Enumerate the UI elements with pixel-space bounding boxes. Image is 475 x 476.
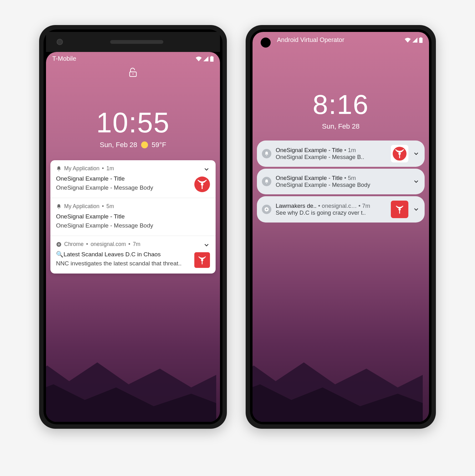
signal-icon [203,56,209,61]
notification-panel: My Application • 1m OneSignal Example - … [50,160,216,274]
svg-point-18 [266,208,267,210]
lockscreen: 10:55 Sun, Feb 28 59°F [46,64,220,149]
speaker [110,40,163,44]
notification-title: OneSignal Example - Title [276,175,343,181]
notification-time: 5m [348,175,356,181]
date-row: Sun, Feb 28 59°F [46,141,220,149]
notification-title: OneSignal Example - Title [56,174,210,183]
chevron-down-icon[interactable] [203,242,210,248]
bell-icon [56,166,62,171]
notification-card[interactable]: My Application • 1m OneSignal Example - … [50,160,216,198]
notification-time: 7m [362,202,370,209]
battery-icon [210,56,214,62]
notification-card[interactable]: OneSignal Example - Title • 5m OneSignal… [257,169,425,194]
app-icon-pill [262,149,271,158]
bell-icon [264,179,269,184]
battery-icon [419,37,423,43]
wifi-icon [405,38,411,43]
date-row: Sun, Feb 28 [253,122,429,131]
weather-icon [141,141,148,148]
notification-large-icon [194,252,210,268]
status-bar: Android Virtual Operator [253,32,429,45]
chrome-icon [56,242,62,247]
app-name: My Application [64,203,100,210]
carrier-label: Android Virtual Operator [277,36,344,44]
bell-icon [56,204,62,209]
svg-point-9 [58,244,59,245]
notification-title: OneSignal Example - Title [56,212,210,221]
notification-time: 5m [106,203,114,210]
status-icons [196,56,214,62]
svg-rect-12 [419,38,423,43]
phone-pixel5: Android Virtual Operator 8:16 Sun, Feb 2… [246,25,436,429]
phone-forehead [46,32,220,52]
notification-body: OneSignal Example - Message Body [56,221,210,230]
lockscreen: 8:16 Sun, Feb 28 [253,45,429,131]
date-label: Sun, Feb 28 [322,122,360,131]
front-camera [57,39,63,45]
notification-large-icon [391,201,408,218]
clock: 10:55 [46,107,220,139]
unlock-icon [128,67,138,79]
notification-card[interactable]: OneSignal Example - Title • 1m OneSignal… [257,141,425,167]
onesignal-icon [393,203,406,216]
svg-rect-13 [420,37,421,38]
app-icon-pill [262,177,271,186]
temperature-label: 59°F [152,141,166,149]
signal-icon [412,38,418,43]
chrome-icon [264,207,269,212]
app-name: Chrome [64,241,84,248]
notification-large-icon [194,177,210,192]
notification-header: My Application • 1m [56,165,210,172]
status-bar: T-Mobile [46,52,220,64]
notification-card[interactable]: Chrome • onesignal.com • 7m 🔍Latest Scan… [50,236,216,274]
notification-body: OneSignal Example - Message Body [56,183,210,192]
onesignal-icon [194,177,210,192]
onesignal-icon [196,254,208,266]
notification-header: My Application • 5m [56,203,210,210]
svg-point-3 [132,74,133,74]
site-name: onesignal.c… [322,202,357,209]
onesignal-icon [392,146,407,161]
notification-card[interactable]: My Application • 5m OneSignal Example - … [50,198,216,236]
phone-inner: Android Virtual Operator 8:16 Sun, Feb 2… [250,29,432,424]
app-name: My Application [64,165,100,172]
notification-time: 1m [348,147,356,153]
phone-inner: T-Mobile 10:55 Sun, Feb 28 59°F [43,29,222,424]
svg-rect-1 [211,56,212,57]
chevron-down-icon[interactable] [203,166,210,173]
status-icons [405,37,423,43]
app-icon-pill [262,205,271,214]
notification-body: OneSignal Example - Message Body [276,182,408,188]
bell-icon [264,151,269,156]
notification-time: 1m [106,165,114,172]
notification-text: OneSignal Example - Title • 1m OneSignal… [276,147,386,161]
notification-title: 🔍Latest Scandal Leaves D.C in Chaos [56,250,210,259]
chevron-down-icon[interactable] [413,178,420,185]
carrier-label: T-Mobile [52,55,76,62]
notification-body: See why D.C is going crazy over t.. [276,209,386,216]
svg-rect-0 [210,56,214,61]
wifi-icon [196,56,202,61]
phone-pixel3: T-Mobile 10:55 Sun, Feb 28 59°F [39,25,227,429]
chevron-down-icon[interactable] [413,150,420,157]
clock: 8:16 [253,89,429,120]
site-name: onesignal.com [90,241,126,248]
screen[interactable]: Android Virtual Operator 8:16 Sun, Feb 2… [253,32,429,422]
notification-card[interactable]: Lawmakers de.. • onesignal.c… • 7m See w… [257,196,425,223]
notification-panel: OneSignal Example - Title • 1m OneSignal… [257,141,425,223]
notification-large-icon [391,145,408,162]
wallpaper-mountains [253,334,423,422]
notification-header: Chrome • onesignal.com • 7m [56,241,210,248]
date-label: Sun, Feb 28 [100,141,137,149]
notification-text: Lawmakers de.. • onesignal.c… • 7m See w… [276,202,386,216]
notification-text: OneSignal Example - Title • 5m OneSignal… [276,175,408,188]
notification-body: OneSignal Example - Message B.. [276,154,386,161]
chevron-down-icon[interactable] [413,206,420,213]
screen[interactable]: T-Mobile 10:55 Sun, Feb 28 59°F [46,52,220,422]
wallpaper-mountains [46,334,216,422]
notification-title: Lawmakers de.. [276,202,317,209]
notification-time: 7m [133,241,140,248]
notification-body: NNC investigates the latest scandal that… [56,259,210,268]
notification-title: OneSignal Example - Title [276,147,343,153]
